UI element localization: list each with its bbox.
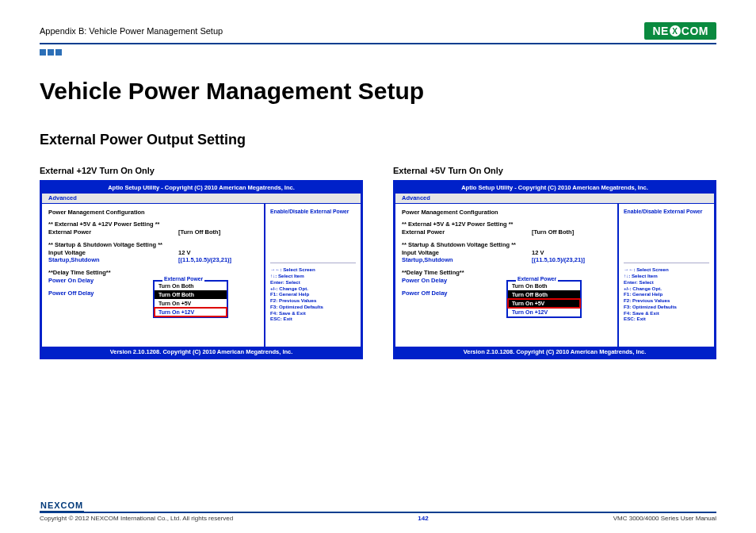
external-power-popup: External Power Turn On Both Turn Off Bot… xyxy=(506,280,582,318)
ext-power-label: External Power xyxy=(48,228,178,236)
panel-left-title: External +12V Turn On Only xyxy=(40,166,363,175)
bios-footer: Version 2.10.1208. Copyright (C) 2010 Am… xyxy=(42,347,361,358)
startup-shutdown-label[interactable]: Startup,Shutdown xyxy=(402,256,532,264)
input-voltage-value: 12 V xyxy=(178,249,258,257)
popup-item-turn-on-12v[interactable]: Turn On +12V xyxy=(155,308,227,316)
help-l2: ↑↓: Select Item xyxy=(624,273,709,279)
bios-tabbar: Advanced xyxy=(42,194,361,204)
pm-config-heading: Power Management Configuration xyxy=(402,209,611,217)
ext-power-value[interactable]: [Turn Off Both] xyxy=(532,228,611,236)
bios-panel-left: Aptio Setup Utility - Copyright (C) 2010… xyxy=(40,180,363,359)
help-l3: Enter: Select xyxy=(270,279,356,286)
ext-power-label: External Power xyxy=(402,228,532,236)
ext-power-heading: ** External +5V & +12V Power Setting ** xyxy=(402,220,611,228)
page-title: Vehicle Power Management Setup xyxy=(40,78,716,105)
brand-logo: NE X COM xyxy=(644,22,716,40)
popup-item-turn-on-5v[interactable]: Turn On +5V xyxy=(508,299,580,308)
delay-heading: **Delay Time Setting** xyxy=(48,269,258,277)
tab-advanced[interactable]: Advanced xyxy=(400,194,432,203)
footer-copyright: Copyright © 2012 NEXCOM International Co… xyxy=(40,515,233,522)
footer-manual: VMC 3000/4000 Series User Manual xyxy=(613,515,716,522)
appendix-label: Appendix B: Vehicle Power Management Set… xyxy=(40,26,223,36)
section-title: External Power Output Setting xyxy=(40,132,716,148)
ext-power-heading: ** External +5V & +12V Power Setting ** xyxy=(48,220,258,228)
input-voltage-value: 12 V xyxy=(532,249,611,257)
external-power-popup: External Power Turn On Both Turn Off Bot… xyxy=(153,280,228,318)
popup-item-turn-on-12v[interactable]: Turn On +12V xyxy=(508,308,580,316)
help-l7: F3: Optimized Defaults xyxy=(270,304,356,310)
help-l6: F2: Previous Values xyxy=(270,297,356,304)
panel-right-title: External +5V Turn On Only xyxy=(393,166,716,175)
side-help-title: Enable/Disable External Power xyxy=(624,209,709,216)
side-help-keys: →←: Select Screen ↑↓: Select Item Enter:… xyxy=(624,263,709,322)
help-l6: F2: Previous Values xyxy=(624,297,709,304)
ext-power-value[interactable]: [Turn Off Both] xyxy=(178,228,258,236)
startup-shutdown-label[interactable]: Startup,Shutdown xyxy=(48,256,178,264)
footer-brand-logo: NEXCOM xyxy=(40,500,84,512)
startup-shutdown-value[interactable]: [(11.5,10.5)/(23,21)] xyxy=(178,256,258,264)
brand-pre: NE xyxy=(652,25,668,37)
help-l4: +/-: Change Opt. xyxy=(270,286,356,292)
popup-title: External Power xyxy=(516,276,558,283)
footer-divider xyxy=(40,512,716,513)
help-l5: F1: General Help xyxy=(624,291,709,297)
startup-heading: ** Startup & Shutdown Voltage Setting ** xyxy=(48,241,258,249)
tab-advanced[interactable]: Advanced xyxy=(47,194,78,203)
delay-heading: **Delay Time Setting** xyxy=(402,269,611,277)
startup-shutdown-value[interactable]: [(11.5,10.5)/(23,21)] xyxy=(532,256,611,264)
popup-item-turn-off-both[interactable]: Turn Off Both xyxy=(508,290,580,299)
side-help-title: Enable/Disable External Power xyxy=(270,209,356,216)
header-divider xyxy=(40,43,716,44)
input-voltage-label: Input Voltage xyxy=(402,249,532,257)
brand-x-icon: X xyxy=(670,25,681,36)
brand-post: COM xyxy=(682,25,708,37)
help-l8: F4: Save & Exit xyxy=(270,310,356,316)
help-l1: →←: Select Screen xyxy=(270,266,356,273)
bios-header: Aptio Setup Utility - Copyright (C) 2010… xyxy=(395,182,714,194)
popup-item-turn-off-both[interactable]: Turn Off Both xyxy=(155,290,227,299)
popup-title: External Power xyxy=(162,276,204,283)
input-voltage-label: Input Voltage xyxy=(48,249,178,257)
bios-footer: Version 2.10.1208. Copyright (C) 2010 Am… xyxy=(395,347,714,358)
decor-squares xyxy=(40,49,716,56)
help-l5: F1: General Help xyxy=(270,291,356,297)
help-l2: ↑↓: Select Item xyxy=(270,273,356,279)
bios-header: Aptio Setup Utility - Copyright (C) 2010… xyxy=(42,182,361,194)
help-l8: F4: Save & Exit xyxy=(624,310,709,316)
help-l3: Enter: Select xyxy=(624,279,709,286)
startup-heading: ** Startup & Shutdown Voltage Setting ** xyxy=(402,241,611,249)
side-help-keys: →←: Select Screen ↑↓: Select Item Enter:… xyxy=(270,263,356,322)
page-number: 142 xyxy=(418,515,428,522)
popup-item-turn-on-5v[interactable]: Turn On +5V xyxy=(155,299,227,308)
bios-panel-right: Aptio Setup Utility - Copyright (C) 2010… xyxy=(393,180,716,359)
help-l9: ESC: Exit xyxy=(624,316,709,322)
help-l9: ESC: Exit xyxy=(270,316,356,322)
help-l4: +/-: Change Opt. xyxy=(624,286,709,292)
help-l1: →←: Select Screen xyxy=(624,266,709,273)
help-l7: F3: Optimized Defaults xyxy=(624,304,709,310)
pm-config-heading: Power Management Configuration xyxy=(48,209,258,217)
bios-tabbar: Advanced xyxy=(395,194,714,204)
